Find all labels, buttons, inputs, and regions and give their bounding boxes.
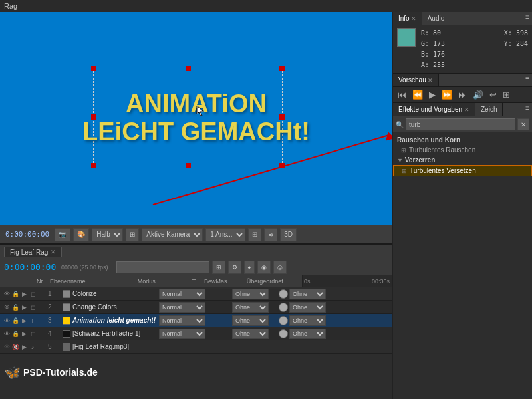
viewport-canvas[interactable]: ANIMATiON LEiCHT GEMACHt! (0, 12, 392, 225)
uebergeordnet-icon[interactable] (279, 303, 288, 312)
layer-type-icon: ◻ (29, 330, 37, 338)
effects-tabs: Effekte und Vorgaben ✕ Zeich ≡ (393, 103, 532, 116)
layer-row[interactable]: 👁 🔇 ▶ ♪ 5 [Fig Leaf Rag.mp3] (0, 340, 392, 354)
lock-icon[interactable]: 🔒 (11, 317, 19, 325)
main-layout: ANIMATiON LEiCHT GEMACHt! 0:00:00:00 📷 🎨… (0, 12, 532, 399)
layer-row[interactable]: 👁 🔒 ▶ ◻ 4 [Schwarz Farbfläche 1] Normal … (0, 327, 392, 340)
handle-tr[interactable] (279, 66, 285, 71)
layer-row[interactable]: 👁 🔒 ▶ ◻ 1 Colorize Normal Ohne (0, 287, 392, 301)
lock-icon[interactable]: 🔇 (11, 343, 19, 351)
layer-color-swatch[interactable] (63, 290, 70, 298)
timeline-tool-3[interactable]: ♦ (244, 261, 255, 274)
handle-bm[interactable] (186, 163, 191, 168)
quality-select[interactable]: Halb (92, 228, 123, 241)
expand-icon[interactable]: ▶ (20, 317, 28, 325)
layer-row[interactable]: 👁 🔒 ▶ ◻ 2 Change Colors Normal Ohne (0, 301, 392, 314)
timeline-tool-4[interactable]: ◉ (257, 261, 271, 274)
panel-menu-btn[interactable]: ≡ (523, 12, 532, 25)
zeich-tab[interactable]: Zeich (475, 103, 503, 116)
effects-item[interactable]: ⊞ Turbulentes Rauschen (393, 145, 532, 155)
timeline-tool-1[interactable]: ⊞ (212, 261, 225, 274)
timeline-tool-2[interactable]: ⚙ (228, 261, 241, 274)
info-x: X: 598 (504, 28, 528, 39)
layer-color-swatch[interactable] (63, 317, 70, 325)
timeline-search[interactable] (116, 261, 209, 273)
uebergeordnet-select[interactable]: Ohne (289, 329, 326, 339)
motion-btn[interactable]: ≋ (264, 228, 277, 241)
uebergeordnet-select[interactable]: Ohne (289, 289, 326, 299)
preview-tab[interactable]: Vorschau ✕ (393, 74, 439, 86)
prev-forward-btn[interactable]: ⏩ (440, 89, 454, 100)
zoom-select[interactable]: 1 Ans... (205, 228, 245, 241)
uebergeordnet-icon[interactable] (279, 329, 288, 338)
lock-icon[interactable]: 🔒 (11, 330, 19, 338)
comp-tab-close[interactable]: ✕ (51, 249, 56, 255)
preview-tabs: Vorschau ✕ ≡ (393, 74, 532, 87)
handle-tl[interactable] (91, 66, 96, 71)
handle-tm[interactable] (186, 66, 191, 71)
prev-ram-btn[interactable]: ⊞ (501, 89, 512, 100)
snap-btn[interactable]: ⊞ (248, 228, 261, 241)
effects-menu-btn[interactable]: ≡ (523, 103, 532, 116)
timeline-tool-5[interactable]: ◎ (273, 261, 287, 274)
prev-back-btn[interactable]: ⏪ (410, 89, 425, 100)
layer-row[interactable]: 👁 🔒 ▶ T 3 Animation leicht gemacht! Norm… (0, 314, 392, 327)
eye-icon[interactable]: 👁 (3, 343, 11, 351)
menu-rag[interactable]: Rag (4, 2, 17, 10)
layer-color-swatch[interactable] (63, 303, 70, 311)
handle-bl[interactable] (91, 163, 96, 168)
search-icon: 🔍 (396, 121, 404, 128)
prev-play-btn[interactable]: ▶ (427, 89, 438, 100)
uebergeordnet-icon[interactable] (279, 289, 288, 299)
bewmas-select[interactable]: Ohne (232, 329, 269, 339)
modus-select[interactable]: Normal (159, 329, 205, 339)
eye-icon[interactable]: 👁 (3, 290, 11, 298)
layer-bewmas: Ohne (232, 302, 279, 313)
expand-icon[interactable]: ▶ (20, 343, 28, 351)
preview-tab-close[interactable]: ✕ (428, 77, 433, 84)
prev-audio-btn[interactable]: 🔊 (471, 89, 485, 100)
bewmas-select[interactable]: Ohne (232, 315, 269, 326)
bewmas-select[interactable]: Ohne (232, 302, 269, 313)
expand-icon[interactable]: ▶ (20, 303, 28, 311)
effects-item-highlighted[interactable]: ⊞ Turbulentes Versetzen (393, 165, 532, 176)
info-tab-close[interactable]: ✕ (411, 15, 416, 22)
animation-line2: LEiCHT GEMACHt! (82, 118, 310, 146)
layer-uebergeordnet: Ohne (279, 329, 335, 339)
bewmas-select[interactable]: Ohne (232, 289, 269, 299)
uebergeordnet-icon[interactable] (279, 316, 288, 325)
layer-type-icon: T (29, 317, 37, 325)
handle-br[interactable] (279, 163, 285, 168)
preview-menu-btn[interactable]: ≡ (523, 74, 532, 86)
modus-select[interactable]: Normal (159, 315, 205, 326)
modus-select[interactable]: Normal (159, 302, 205, 313)
camera-btn[interactable]: 📷 (55, 228, 70, 241)
prev-first-btn[interactable]: ⏮ (396, 89, 408, 100)
info-tab[interactable]: Info ✕ (393, 12, 422, 25)
comp-tab[interactable]: Fig Leaf Rag ✕ (4, 247, 62, 257)
time-left-spacer: Nr. Ebenenname Modus T BewMas Übergeordn… (0, 275, 303, 287)
grid-btn[interactable]: ⊞ (126, 228, 139, 241)
3d-btn[interactable]: 3D (280, 228, 297, 241)
expand-icon[interactable]: ▶ (20, 330, 28, 338)
eye-icon[interactable]: 👁 (3, 317, 11, 325)
effects-tab-close[interactable]: ✕ (464, 106, 469, 113)
color-btn[interactable]: 🎨 (73, 228, 89, 241)
effects-search-input[interactable] (406, 118, 515, 130)
modus-select[interactable]: Normal (159, 289, 205, 299)
eye-icon[interactable]: 👁 (3, 330, 11, 338)
camera-view-select[interactable]: Aktive Kamera (142, 228, 203, 241)
effects-clear-btn[interactable]: ✕ (517, 118, 529, 130)
uebergeordnet-select[interactable]: Ohne (289, 302, 326, 313)
audio-tab[interactable]: Audio (422, 12, 451, 25)
effects-tab[interactable]: Effekte und Vorgaben ✕ (393, 103, 475, 116)
prev-loop-btn[interactable]: ↩ (487, 89, 499, 100)
prev-last-btn[interactable]: ⏭ (456, 89, 469, 100)
uebergeordnet-select[interactable]: Ohne (289, 315, 326, 326)
lock-icon[interactable]: 🔒 (11, 303, 19, 311)
layer-color-swatch[interactable] (63, 343, 70, 351)
expand-icon[interactable]: ▶ (20, 290, 28, 298)
layer-color-swatch[interactable] (63, 330, 70, 338)
lock-icon[interactable]: 🔒 (11, 290, 19, 298)
eye-icon[interactable]: 👁 (3, 303, 11, 311)
